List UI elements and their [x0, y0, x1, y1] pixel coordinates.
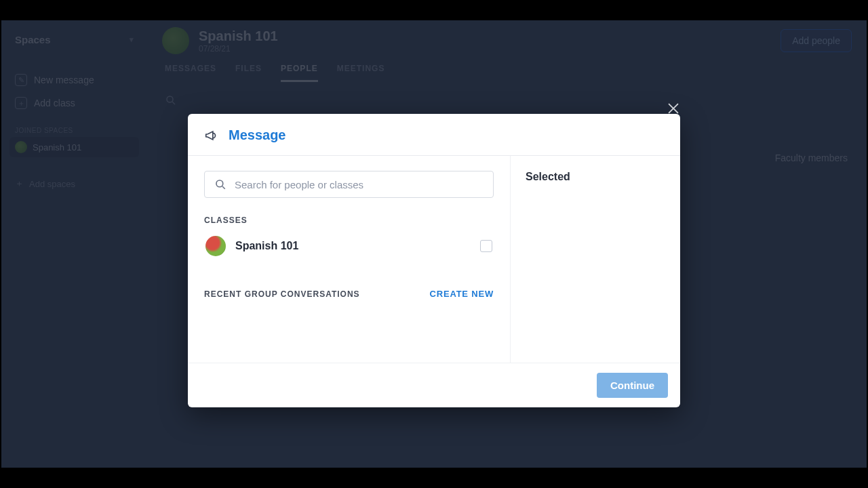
svg-line-5	[222, 186, 225, 189]
selected-label: Selected	[526, 171, 665, 183]
app-viewport: Spaces ▾ ✎ New message ＋ Add class JOINE…	[1, 20, 867, 468]
modal-right-panel: Selected	[511, 156, 680, 363]
close-icon	[666, 101, 681, 116]
recent-conversations-label: RECENT GROUP CONVERSATIONS	[204, 289, 360, 299]
continue-button[interactable]: Continue	[597, 373, 668, 398]
class-list-item[interactable]: Spanish 101	[204, 232, 494, 260]
class-checkbox[interactable]	[480, 240, 492, 252]
search-input[interactable]	[235, 179, 484, 190]
megaphone-icon	[204, 128, 219, 143]
modal-header: Message	[188, 114, 680, 156]
modal-left-panel: CLASSES Spanish 101 RECENT GROUP CONVERS…	[188, 156, 511, 363]
modal-footer: Continue	[188, 363, 680, 407]
classes-section-label: CLASSES	[204, 216, 494, 225]
modal-title: Message	[229, 127, 286, 143]
create-new-button[interactable]: CREATE NEW	[430, 289, 494, 299]
search-icon	[214, 178, 226, 190]
close-button[interactable]	[664, 99, 683, 118]
svg-point-4	[216, 180, 223, 187]
class-avatar-icon	[205, 236, 226, 256]
message-modal: Message CLASSES Spanish 101 RECENT GRO	[188, 114, 680, 407]
search-input-wrapper[interactable]	[204, 171, 494, 198]
class-name: Spanish 101	[235, 240, 471, 252]
